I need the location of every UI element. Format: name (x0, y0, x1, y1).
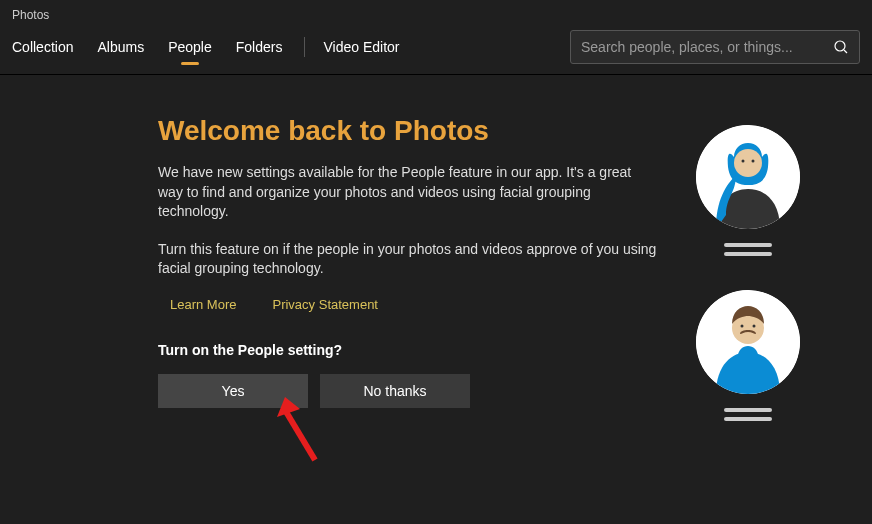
search-box[interactable] (570, 30, 860, 64)
setting-prompt: Turn on the People setting? (158, 342, 668, 358)
content: Welcome back to Photos We have new setti… (0, 75, 872, 441)
people-preview-column (668, 115, 828, 441)
no-thanks-button[interactable]: No thanks (320, 374, 470, 408)
welcome-para-2: Turn this feature on if the people in yo… (158, 240, 658, 279)
title-bar: Photos (0, 0, 872, 30)
welcome-headline: Welcome back to Photos (158, 115, 668, 147)
name-placeholder-2 (724, 408, 772, 421)
svg-point-9 (753, 325, 756, 328)
svg-point-5 (752, 160, 755, 163)
learn-more-link[interactable]: Learn More (170, 297, 236, 312)
nav-tabs: Collection Albums People Folders (12, 33, 282, 61)
avatar-1 (696, 125, 800, 229)
search-icon[interactable] (833, 39, 849, 55)
welcome-para-1: We have new settings available for the P… (158, 163, 658, 222)
nav-divider (304, 37, 305, 57)
svg-line-1 (844, 50, 847, 53)
tab-video-editor[interactable]: Video Editor (323, 33, 399, 61)
tab-albums[interactable]: Albums (97, 33, 144, 61)
main-column: Welcome back to Photos We have new setti… (158, 115, 668, 441)
tab-folders[interactable]: Folders (236, 33, 283, 61)
name-placeholder-1 (724, 243, 772, 256)
privacy-link[interactable]: Privacy Statement (272, 297, 378, 312)
nav-bar: Collection Albums People Folders Video E… (0, 30, 872, 75)
tab-collection[interactable]: Collection (12, 33, 73, 61)
button-row: Yes No thanks (158, 374, 668, 408)
yes-button[interactable]: Yes (158, 374, 308, 408)
search-input[interactable] (581, 39, 833, 55)
svg-point-0 (835, 41, 845, 51)
tab-people[interactable]: People (168, 33, 212, 61)
app-title: Photos (12, 8, 49, 22)
svg-point-8 (741, 325, 744, 328)
avatar-2 (696, 290, 800, 394)
svg-point-3 (734, 149, 762, 177)
links-row: Learn More Privacy Statement (170, 297, 668, 312)
svg-point-4 (742, 160, 745, 163)
